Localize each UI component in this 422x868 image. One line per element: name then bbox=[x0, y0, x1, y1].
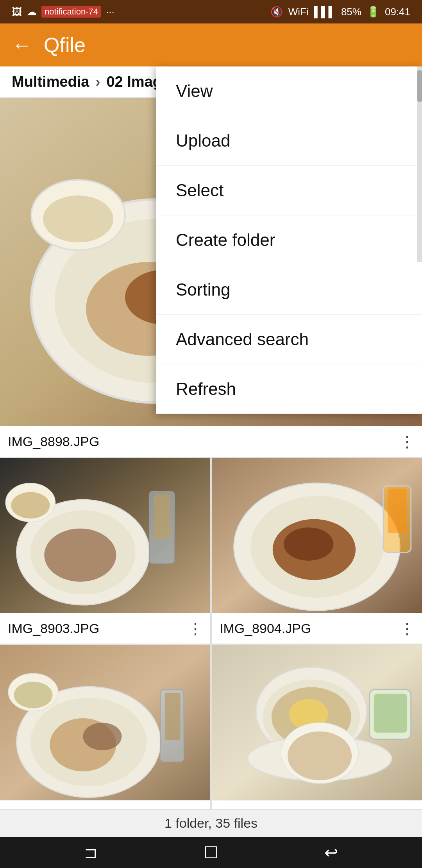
filename-8898: IMG_8898.JPG bbox=[8, 434, 99, 449]
image-8904 bbox=[212, 458, 422, 613]
more-button-8905[interactable]: ⋮ bbox=[188, 807, 202, 809]
app-title: Qfile bbox=[44, 33, 410, 57]
breadcrumb-parent[interactable]: Multimedia bbox=[12, 74, 89, 90]
svg-point-34 bbox=[14, 682, 52, 708]
more-button-8898[interactable]: ⋮ bbox=[399, 432, 414, 450]
svg-point-32 bbox=[83, 723, 122, 751]
svg-point-25 bbox=[284, 527, 333, 561]
scrollbar[interactable] bbox=[417, 66, 422, 262]
bottom-status-bar: 1 folder, 35 files bbox=[0, 809, 422, 837]
grid-item-8904[interactable]: IMG_8904.JPG ⋮ bbox=[212, 458, 422, 644]
filename-8907: IMG_8907.JPG bbox=[220, 808, 311, 809]
notification-badge: notification-74 bbox=[41, 6, 101, 18]
nav-bar: ⊐ ☐ ↩ bbox=[0, 837, 422, 868]
label-8907: IMG_8907.JPG ⋮ bbox=[212, 800, 422, 809]
menu-item-sorting[interactable]: Sorting bbox=[156, 265, 422, 315]
label-8898: IMG_8898.JPG ⋮ bbox=[0, 426, 422, 457]
menu-item-upload[interactable]: Upload bbox=[156, 116, 422, 166]
menu-item-select[interactable]: Select bbox=[156, 166, 422, 215]
svg-rect-46 bbox=[374, 694, 407, 733]
weather-icon: ☁ bbox=[27, 6, 37, 18]
grid-item-8903[interactable]: IMG_8903.JPG ⋮ bbox=[0, 458, 210, 644]
breadcrumb-separator: › bbox=[95, 74, 100, 90]
status-left-icons: 🖼 ☁ notification-74 ··· bbox=[12, 6, 114, 18]
more-button-8903[interactable]: ⋮ bbox=[188, 619, 202, 637]
app-bar: ← Qfile bbox=[0, 23, 422, 66]
battery-level: 85% bbox=[341, 6, 361, 18]
back-button[interactable]: ← bbox=[12, 33, 32, 57]
home-square-icon[interactable]: ☐ bbox=[204, 843, 218, 862]
image-8903 bbox=[0, 458, 210, 613]
label-8904: IMG_8904.JPG ⋮ bbox=[212, 613, 422, 644]
back-icon[interactable]: ↩ bbox=[324, 843, 338, 862]
menu-item-view[interactable]: View bbox=[156, 66, 422, 116]
filename-8904: IMG_8904.JPG bbox=[220, 621, 311, 636]
menu-item-create-folder[interactable]: Create folder bbox=[156, 215, 422, 265]
mute-icon: 🔇 bbox=[270, 6, 283, 18]
battery-icon: 🔋 bbox=[367, 6, 379, 18]
context-menu: View Upload Select Create folder Sorting… bbox=[156, 66, 422, 414]
filename-8905: IMG_8905.JPG bbox=[8, 808, 99, 809]
recent-apps-icon[interactable]: ⊐ bbox=[84, 843, 98, 862]
more-button-8907[interactable]: ⋮ bbox=[399, 807, 414, 809]
svg-point-44 bbox=[288, 732, 352, 780]
status-bar: 🖼 ☁ notification-74 ··· 🔇 WiFi ▌▌▌ 85% 🔋… bbox=[0, 0, 422, 23]
svg-point-16 bbox=[44, 529, 116, 582]
clock: 09:41 bbox=[385, 6, 410, 18]
scroll-thumb[interactable] bbox=[417, 70, 422, 102]
grid-item-8907[interactable]: IMG_8907.JPG ⋮ bbox=[212, 645, 422, 809]
wifi-icon: WiFi bbox=[288, 6, 309, 18]
signal-icon: ▌▌▌ bbox=[314, 6, 336, 18]
image-8905 bbox=[0, 645, 210, 800]
grid-item-8905[interactable]: IMG_8905.JPG ⋮ bbox=[0, 645, 210, 809]
svg-rect-27 bbox=[388, 489, 406, 533]
svg-rect-36 bbox=[165, 693, 181, 740]
svg-rect-18 bbox=[154, 494, 170, 538]
more-button-8904[interactable]: ⋮ bbox=[399, 619, 414, 637]
svg-point-20 bbox=[11, 492, 50, 518]
label-8903: IMG_8903.JPG ⋮ bbox=[0, 613, 210, 644]
gallery-icon: 🖼 bbox=[12, 6, 22, 18]
menu-item-advanced-search[interactable]: Advanced search bbox=[156, 315, 422, 364]
svg-point-9 bbox=[43, 195, 113, 242]
more-icon: ··· bbox=[106, 6, 114, 18]
file-count: 1 folder, 35 files bbox=[165, 816, 257, 831]
status-right-icons: 🔇 WiFi ▌▌▌ 85% 🔋 09:41 bbox=[270, 6, 410, 18]
filename-8903: IMG_8903.JPG bbox=[8, 621, 99, 636]
menu-item-refresh[interactable]: Refresh bbox=[156, 364, 422, 414]
image-8907 bbox=[212, 645, 422, 800]
label-8905: IMG_8905.JPG ⋮ bbox=[0, 800, 210, 809]
